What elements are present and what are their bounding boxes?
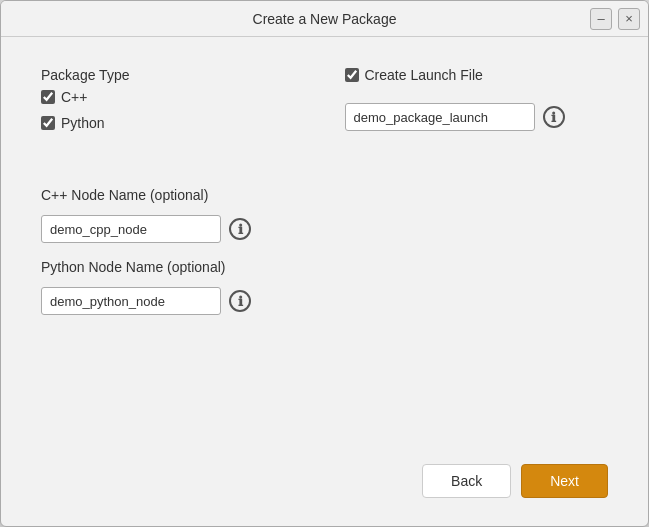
main-window: Create a New Package – × Package Type C+… [0,0,649,527]
window-title: Create a New Package [69,11,580,27]
cpp-checkbox[interactable] [41,90,55,104]
cpp-node-label: C++ Node Name (optional) [41,187,305,203]
title-bar: Create a New Package – × [1,1,648,37]
minimize-button[interactable]: – [590,8,612,30]
cpp-node-row: ℹ [41,215,305,243]
package-type-section: Package Type C++ Python [41,67,305,135]
cpp-label[interactable]: C++ [61,89,87,105]
launch-file-info-icon[interactable]: ℹ [543,106,565,128]
right-column: Create Launch File ℹ [345,67,609,448]
cpp-node-group: C++ Node Name (optional) ℹ [41,187,305,243]
python-node-input[interactable] [41,287,221,315]
python-node-row: ℹ [41,287,305,315]
python-label[interactable]: Python [61,115,105,131]
dialog-content: Package Type C++ Python C++ N [1,37,648,526]
create-launch-label[interactable]: Create Launch File [365,67,483,83]
title-bar-controls: – × [580,8,640,30]
next-button[interactable]: Next [521,464,608,498]
close-button[interactable]: × [618,8,640,30]
python-checkbox-row: Python [41,115,305,131]
spacer [41,151,305,171]
package-type-label: Package Type [41,67,305,83]
cpp-node-info-icon[interactable]: ℹ [229,218,251,240]
python-node-info-icon[interactable]: ℹ [229,290,251,312]
create-launch-section: Create Launch File [345,67,609,87]
launch-file-row: ℹ [345,103,609,131]
form-grid: Package Type C++ Python C++ N [41,67,608,448]
package-type-checkboxes: C++ Python [41,89,305,135]
create-launch-checkbox[interactable] [345,68,359,82]
create-launch-checkbox-row: Create Launch File [345,67,609,83]
dialog-footer: Back Next [41,448,608,506]
python-checkbox[interactable] [41,116,55,130]
cpp-node-input[interactable] [41,215,221,243]
left-column: Package Type C++ Python C++ N [41,67,305,448]
cpp-checkbox-row: C++ [41,89,305,105]
launch-file-input[interactable] [345,103,535,131]
python-node-group: Python Node Name (optional) ℹ [41,259,305,315]
python-node-label: Python Node Name (optional) [41,259,305,275]
back-button[interactable]: Back [422,464,511,498]
